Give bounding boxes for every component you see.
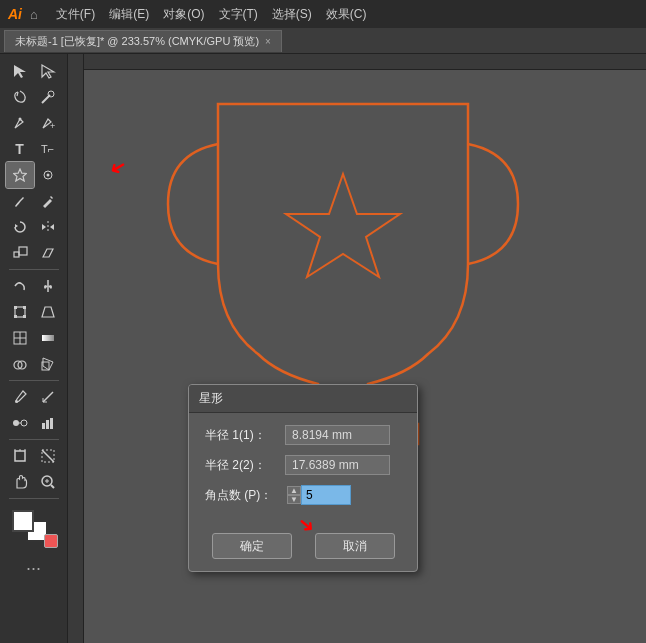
- points-input[interactable]: [301, 485, 351, 505]
- lasso-tool[interactable]: [6, 84, 34, 110]
- menu-effect[interactable]: 效果(C): [320, 4, 373, 25]
- cancel-button[interactable]: 取消: [315, 533, 395, 559]
- tool-row-1: [0, 58, 67, 84]
- gradient-tool[interactable]: [34, 325, 62, 351]
- tool-row-5: [0, 162, 67, 188]
- fill-swatch[interactable]: [12, 510, 34, 532]
- star-dialog: 星形 半径 1(1)： 半径 2(2)： 角点数 (P)： ▲: [188, 384, 418, 572]
- artboard-tool[interactable]: [6, 443, 34, 469]
- perspective-tool[interactable]: [34, 299, 62, 325]
- tool-row-15: [0, 443, 67, 469]
- tab-bar: 未标题-1 [已恢复]* @ 233.57% (CMYK/GPU 预览) ×: [0, 28, 646, 54]
- svg-text:+: +: [50, 121, 55, 131]
- magic-wand-tool[interactable]: [34, 84, 62, 110]
- type-tool[interactable]: T: [6, 136, 34, 162]
- svg-line-42: [51, 485, 54, 488]
- tool-row-10: [0, 299, 67, 325]
- flare-tool[interactable]: [34, 162, 62, 188]
- scale-tool[interactable]: [6, 240, 34, 266]
- width-tool[interactable]: [34, 273, 62, 299]
- menu-object[interactable]: 对象(O): [157, 4, 210, 25]
- home-button[interactable]: ⌂: [30, 7, 38, 22]
- star-tool[interactable]: [6, 162, 34, 188]
- selection-tool[interactable]: [6, 58, 34, 84]
- more-tools-button[interactable]: ···: [26, 558, 41, 579]
- points-spinner: ▲ ▼: [285, 485, 351, 505]
- free-transform-tool[interactable]: [6, 299, 34, 325]
- radius1-row: 半径 1(1)：: [205, 425, 401, 445]
- canvas-area: 星形 半径 1(1)： 半径 2(2)： 角点数 (P)： ▲: [68, 54, 646, 643]
- live-paint-tool[interactable]: [34, 351, 62, 377]
- svg-marker-45: [286, 174, 400, 277]
- blend-tool[interactable]: [6, 410, 34, 436]
- tool-row-4: T T⌐: [0, 136, 67, 162]
- svg-line-26: [43, 392, 53, 402]
- pen-tool[interactable]: [6, 110, 34, 136]
- color-swatches: [8, 506, 60, 550]
- radius2-label: 半径 2(2)：: [205, 457, 285, 474]
- points-row: 角点数 (P)： ▲ ▼: [205, 485, 401, 505]
- shape-builder-tool[interactable]: [6, 351, 34, 377]
- pencil-tool[interactable]: [34, 188, 62, 214]
- column-graph-tool[interactable]: [34, 410, 62, 436]
- divider-3: [9, 439, 59, 440]
- divider-1: [9, 269, 59, 270]
- rotate-tool[interactable]: [6, 214, 34, 240]
- svg-point-2: [48, 91, 54, 97]
- tab-title: 未标题-1 [已恢复]* @ 233.57% (CMYK/GPU 预览): [15, 34, 259, 49]
- svg-marker-8: [15, 224, 18, 228]
- points-label: 角点数 (P)：: [205, 487, 285, 504]
- radius2-input[interactable]: [285, 455, 390, 475]
- title-bar: Ai ⌂ 文件(F) 编辑(E) 对象(O) 文字(T) 选择(S) 效果(C): [0, 0, 646, 28]
- eyedropper-tool[interactable]: [6, 384, 34, 410]
- tool-row-3: +: [0, 110, 67, 136]
- svg-point-7: [46, 174, 49, 177]
- direct-selection-tool[interactable]: [34, 58, 62, 84]
- workspace: + T T⌐: [0, 54, 646, 643]
- reflect-tool[interactable]: [34, 214, 62, 240]
- menu-file[interactable]: 文件(F): [50, 4, 101, 25]
- tool-row-9: [0, 273, 67, 299]
- divider-4: [9, 498, 59, 499]
- spinner-down[interactable]: ▼: [287, 495, 301, 504]
- menu-edit[interactable]: 编辑(E): [103, 4, 155, 25]
- none-indicator[interactable]: [44, 534, 58, 548]
- hand-tool[interactable]: [6, 469, 34, 495]
- radius1-label: 半径 1(1)：: [205, 427, 285, 444]
- measure-tool[interactable]: [34, 384, 62, 410]
- zoom-tool[interactable]: [34, 469, 62, 495]
- divider-2: [9, 380, 59, 381]
- svg-rect-14: [14, 306, 17, 309]
- shear-tool[interactable]: [34, 240, 62, 266]
- tool-row-8: [0, 240, 67, 266]
- area-type-tool[interactable]: T⌐: [34, 136, 62, 162]
- mesh-tool[interactable]: [6, 325, 34, 351]
- svg-rect-33: [46, 420, 49, 429]
- svg-rect-16: [14, 315, 17, 318]
- ok-button[interactable]: 确定: [212, 533, 292, 559]
- svg-marker-5: [13, 169, 26, 181]
- spinner-controls: ▲ ▼: [287, 486, 301, 504]
- radius2-row: 半径 2(2)：: [205, 455, 401, 475]
- tool-row-11: [0, 325, 67, 351]
- svg-point-29: [13, 420, 19, 426]
- add-anchor-tool[interactable]: +: [34, 110, 62, 136]
- menu-type[interactable]: 文字(T): [213, 4, 264, 25]
- svg-rect-21: [42, 335, 54, 341]
- spinner-up[interactable]: ▲: [287, 486, 301, 495]
- svg-rect-11: [19, 247, 27, 255]
- menu-select[interactable]: 选择(S): [266, 4, 318, 25]
- paintbrush-tool[interactable]: [6, 188, 34, 214]
- tool-row-14: [0, 410, 67, 436]
- document-tab[interactable]: 未标题-1 [已恢复]* @ 233.57% (CMYK/GPU 预览) ×: [4, 30, 282, 52]
- warp-tool[interactable]: [6, 273, 34, 299]
- slice-tool[interactable]: [34, 443, 62, 469]
- tab-close-button[interactable]: ×: [265, 36, 271, 47]
- svg-rect-10: [14, 252, 19, 257]
- radius1-input[interactable]: [285, 425, 390, 445]
- toolbar: + T T⌐: [0, 54, 68, 643]
- svg-rect-34: [50, 418, 53, 429]
- tool-row-2: [0, 84, 67, 110]
- menu-bar: 文件(F) 编辑(E) 对象(O) 文字(T) 选择(S) 效果(C): [50, 4, 373, 25]
- svg-rect-15: [23, 306, 26, 309]
